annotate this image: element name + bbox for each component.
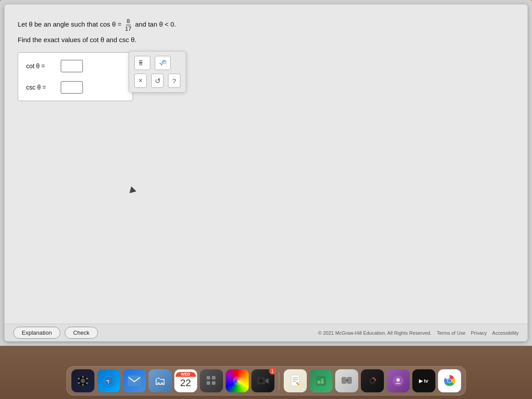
- problem-text-after: and tan θ < 0.: [135, 20, 176, 28]
- svg-point-29: [260, 379, 262, 382]
- check-button[interactable]: Check: [65, 327, 98, 339]
- explanation-button[interactable]: Explanation: [13, 327, 60, 339]
- dock-transfer[interactable]: [335, 369, 358, 392]
- problem-text-before: Let θ be an angle such that cos θ =: [18, 20, 121, 28]
- fraction-icon: [138, 59, 146, 67]
- cot-label: cot θ =: [26, 63, 57, 70]
- dock-launchpad[interactable]: [71, 369, 94, 392]
- problem-line2: Find the exact values of cot θ and csc θ…: [18, 35, 514, 45]
- svg-point-13: [78, 382, 80, 384]
- csc-row: csc θ =: [26, 81, 125, 94]
- svg-marker-27: [266, 378, 269, 383]
- grid-icon: [206, 375, 217, 387]
- svg-rect-39: [342, 377, 346, 383]
- accessibility-link[interactable]: Accessibility: [492, 330, 519, 336]
- content-area: Let θ be an angle such that cos θ = 8 17…: [4, 4, 528, 324]
- svg-rect-21: [128, 376, 141, 386]
- svg-point-14: [78, 378, 80, 379]
- dock-mail[interactable]: [123, 369, 146, 392]
- sqrt-button[interactable]: [155, 56, 171, 70]
- safari-icon: [102, 374, 115, 387]
- dock-chrome[interactable]: [438, 369, 461, 392]
- dock-podcast[interactable]: [387, 369, 410, 392]
- times-icon: ×: [138, 77, 142, 85]
- dock-numbers[interactable]: [309, 369, 332, 392]
- copyright-text: © 2021 McGraw-Hill Education. All Rights…: [318, 330, 432, 336]
- dock-pages[interactable]: [284, 369, 307, 392]
- dock-separator: [279, 372, 279, 390]
- help-button[interactable]: ?: [168, 74, 180, 88]
- svg-point-12: [82, 384, 84, 386]
- svg-point-9: [82, 376, 84, 378]
- help-icon: ?: [172, 77, 176, 85]
- tv-icon-label: ▶ tv: [419, 378, 428, 384]
- podcast-icon: [392, 375, 404, 387]
- cot-input[interactable]: [61, 60, 83, 72]
- dock-calendar[interactable]: WED 22: [174, 369, 197, 392]
- mouse-cursor: [128, 185, 136, 193]
- svg-rect-23: [212, 376, 215, 379]
- sqrt-icon: [159, 59, 167, 67]
- facetime-icon: [257, 376, 269, 386]
- footer-links: © 2021 McGraw-Hill Education. All Rights…: [318, 330, 519, 336]
- dock-launchpad2[interactable]: [200, 369, 223, 392]
- svg-rect-2: [140, 63, 142, 64]
- svg-rect-4: [140, 63, 142, 65]
- svg-point-51: [448, 379, 451, 383]
- calendar-date: 22: [180, 377, 191, 390]
- svg-point-11: [86, 382, 88, 384]
- svg-rect-6: [163, 62, 166, 63]
- undo-button[interactable]: ↺: [151, 74, 164, 88]
- fraction-display: 8 17: [124, 18, 132, 32]
- problem-line1: Let θ be an angle such that cos θ = 8 17…: [18, 18, 514, 32]
- svg-rect-37: [321, 379, 324, 384]
- dock-area: 🗂 WED 22: [0, 346, 532, 399]
- svg-rect-25: [212, 381, 215, 385]
- svg-rect-24: [207, 381, 210, 385]
- privacy-link[interactable]: Privacy: [471, 330, 487, 336]
- mail-icon: [128, 376, 141, 386]
- svg-point-45: [371, 379, 374, 382]
- music-icon: [367, 376, 378, 386]
- browser-window: Let θ be an angle such that cos θ = 8 17…: [4, 4, 528, 341]
- terms-link[interactable]: Terms of Use: [437, 330, 466, 336]
- launchpad-icon: [77, 375, 89, 387]
- csc-label: csc θ =: [26, 84, 57, 91]
- dock-safari[interactable]: [97, 369, 120, 392]
- times-button[interactable]: ×: [134, 74, 147, 88]
- pencil-icon: [289, 374, 301, 387]
- bottom-bar: Explanation Check © 2021 McGraw-Hill Edu…: [4, 324, 528, 341]
- dock-finder[interactable]: 🗂: [149, 369, 172, 392]
- svg-point-47: [396, 378, 400, 382]
- math-toolbar: × ↺ ?: [129, 51, 186, 93]
- dock-music[interactable]: [361, 369, 384, 392]
- toolbar-row-2: × ↺ ?: [134, 74, 180, 88]
- photos-icon: [233, 376, 242, 385]
- dock-facetime[interactable]: [251, 369, 274, 392]
- undo-icon: ↺: [155, 77, 160, 85]
- csc-input[interactable]: [61, 81, 83, 94]
- chrome-icon: [443, 375, 456, 387]
- fraction-button[interactable]: [134, 56, 150, 70]
- toolbar-row-1: [134, 56, 180, 70]
- numbers-icon: [315, 375, 327, 387]
- dock-photos[interactable]: [226, 369, 249, 392]
- svg-rect-22: [207, 376, 210, 379]
- dock-appletv[interactable]: ▶ tv: [412, 369, 435, 392]
- dock: 🗂 WED 22: [66, 366, 466, 395]
- svg-point-8: [81, 379, 85, 383]
- cot-row: cot θ =: [26, 60, 125, 72]
- svg-point-10: [86, 378, 88, 379]
- answer-box: cot θ = csc θ =: [18, 52, 133, 101]
- transfer-icon: [340, 375, 353, 387]
- laptop-screen: Let θ be an angle such that cos θ = 8 17…: [0, 0, 532, 346]
- svg-rect-38: [317, 382, 324, 383]
- calendar-day: WED: [176, 372, 196, 377]
